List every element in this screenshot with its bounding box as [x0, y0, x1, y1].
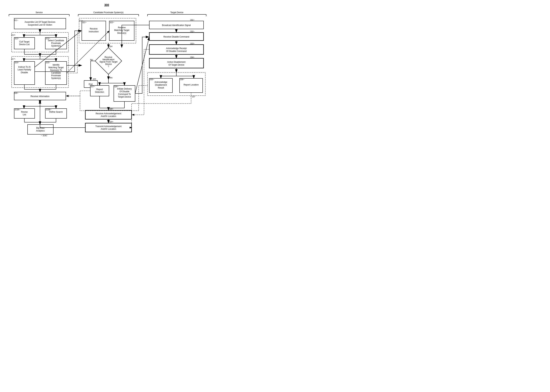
- ref-333: 333~: [190, 42, 195, 45]
- label-319cb: Analytics: [36, 130, 45, 132]
- label-316b: Least Partially: [18, 68, 31, 71]
- ref-332: 332~: [190, 30, 195, 33]
- ref-321: 321~: [82, 21, 87, 23]
- label-312: Cull Target: [19, 41, 29, 43]
- label-316c: Disable: [21, 71, 28, 74]
- label-324e: ?: [108, 65, 109, 68]
- label-no: No: [90, 59, 93, 61]
- ref-329: 329~: [109, 121, 113, 123]
- label-334a: Active Disablement: [167, 61, 186, 63]
- label-311: Assemble List Of Target Devices: [25, 21, 55, 23]
- label-315b: Matching Target: [48, 66, 64, 69]
- label-327a: Report: [96, 88, 103, 91]
- label-326d: Target Device: [118, 96, 131, 98]
- ref-327: 327~: [91, 85, 95, 88]
- label-335b: Disablement: [155, 84, 167, 86]
- label-319b: Refine Search: [49, 111, 63, 113]
- label-326a: Initiate Delivery: [117, 88, 132, 90]
- label-yes: Yes: [109, 77, 113, 79]
- label-324d: Device: [105, 63, 112, 65]
- label-319ab: List: [23, 113, 26, 116]
- label-324a: Receive: [105, 56, 112, 58]
- label-336: Report Location: [184, 84, 199, 86]
- ref-325: ~ 325: [91, 78, 96, 80]
- ref-312: 312~: [14, 37, 19, 40]
- ref-319b: 319B~: [46, 109, 52, 111]
- label-313b: Proximate: [51, 42, 61, 44]
- label-326c: Command To: [118, 93, 131, 95]
- ref-334: 334~: [190, 56, 195, 58]
- label-329b: And/Or Location: [101, 128, 116, 130]
- ref-316: 316~: [14, 62, 19, 64]
- ref-315: 315~: [46, 62, 50, 64]
- label-318: Receive Information: [31, 95, 49, 98]
- ref-314: 314~: [11, 34, 16, 36]
- label-315f: System(s): [51, 77, 61, 79]
- label-328b: And/Or Location: [101, 115, 116, 118]
- col-header-candidate: Candidate Proximate System(s): [93, 11, 123, 14]
- label-334b: Of Target Device: [168, 64, 184, 66]
- ref-322: 322~: [110, 21, 114, 23]
- label-328a: Receive Acknowledgement: [96, 112, 121, 115]
- ref-318: 318~: [14, 92, 18, 94]
- col-header-target: Target Device: [170, 11, 183, 14]
- diagram-title: 300: [4, 4, 210, 7]
- label-315a: Identify: [53, 64, 60, 66]
- ref-319a: 319A~: [14, 109, 21, 111]
- main-diagram: Service Candidate Proximate System(s) Ta…: [4, 9, 210, 164]
- label-311b: Suspected Lost Or Stolen: [28, 24, 52, 26]
- ref-313: 313~: [46, 37, 50, 40]
- label-312b: Device List: [19, 43, 30, 46]
- label-327b: Detection: [95, 91, 104, 93]
- label-324c: Signal From Target: [99, 61, 118, 63]
- label-333b: Of Disable Command: [166, 50, 187, 52]
- label-325: End: [89, 83, 92, 85]
- label-335c: Result: [158, 87, 164, 89]
- ref-328: 328~: [109, 108, 113, 110]
- label-319a: Revise: [21, 111, 28, 113]
- ref-317: 317~: [11, 58, 16, 60]
- label-316a: Instruct To At: [18, 66, 31, 68]
- label-321b: Instruction: [89, 30, 99, 33]
- ref-335: 335~: [150, 78, 154, 80]
- ref-311: 311~: [14, 19, 18, 21]
- col-header-service: Service: [35, 11, 43, 14]
- label-335a: Acknowledge: [155, 81, 167, 83]
- diagram-container: 300 Service Candidate Proximate System(s…: [4, 4, 210, 164]
- ref-324: 324: [109, 45, 112, 48]
- label-315e: Proximate: [51, 74, 61, 77]
- label-315c: Device(s) To: [50, 69, 62, 71]
- label-319c: Big Data: [36, 127, 44, 129]
- label-321a: Receive: [90, 28, 98, 30]
- ref-331: 331~: [190, 19, 195, 21]
- label-329a: Transmit Acknowledgement: [95, 125, 122, 128]
- label-313a: Select Candidate: [48, 39, 64, 42]
- ref-336: 336~: [180, 78, 184, 80]
- label-324b: Identification: [102, 58, 114, 61]
- ref-319c: ~ 319C: [41, 134, 47, 137]
- label-315d: Candidate: [51, 72, 61, 74]
- label-331: Broadcast Identification Signal: [162, 24, 190, 27]
- ref-326: 326~: [114, 85, 119, 88]
- label-332: Receive Disable Command: [163, 35, 189, 38]
- label-333a: Acknowledge Receipt: [166, 47, 187, 49]
- label-313c: System(s): [51, 45, 61, 47]
- label-326b: Of Disable: [120, 90, 129, 93]
